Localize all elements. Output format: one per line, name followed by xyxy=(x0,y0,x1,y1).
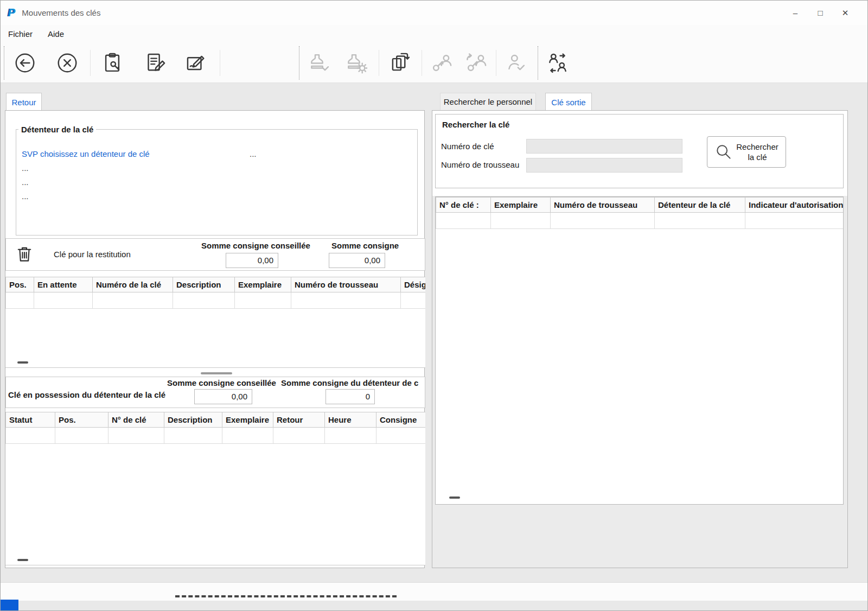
tab-cle-sortie[interactable]: Clé sortie xyxy=(545,93,592,111)
cell[interactable] xyxy=(376,428,426,444)
holder-detail-row: ... xyxy=(22,163,29,173)
possession-suggested-field[interactable]: 0,00 xyxy=(194,389,252,404)
magnifier-icon xyxy=(714,143,733,161)
search-key-groupbox: Rechercher la clé Numéro de clé Numéro d… xyxy=(435,114,844,188)
menu-bar: Fichier Aide xyxy=(1,25,867,43)
toolbar xyxy=(1,43,867,83)
cell[interactable] xyxy=(34,292,93,309)
col-numero-cle[interactable]: Numéro de la clé xyxy=(93,277,173,292)
cell-selected[interactable] xyxy=(6,428,55,444)
signature-button[interactable] xyxy=(182,48,210,78)
col-detenteur[interactable]: Détenteur de la clé xyxy=(655,198,745,213)
cell[interactable] xyxy=(273,428,325,444)
cell[interactable] xyxy=(401,292,426,309)
horizontal-scrollbar-thumb[interactable] xyxy=(17,361,28,364)
suggested-deposit-label: Somme consigne conseillée xyxy=(201,241,310,250)
toolbar-separator xyxy=(379,50,379,76)
col-numero-trousseau[interactable]: Numéro de trousseau xyxy=(291,277,401,292)
tab-retour-label: Retour xyxy=(11,98,36,107)
possession-suggested-label: Somme consigne conseillée xyxy=(167,378,276,387)
close-button[interactable]: ✕ xyxy=(833,1,858,25)
status-bar xyxy=(1,582,867,601)
cell-selected[interactable] xyxy=(745,213,844,229)
return-panel: Détenteur de la clé SVP choisissez un dé… xyxy=(5,110,425,568)
cell[interactable] xyxy=(235,292,291,309)
cell-pending[interactable] xyxy=(55,428,108,444)
choose-holder-link[interactable]: SVP choisissez un détenteur de clé xyxy=(22,149,150,158)
toolbar-separator xyxy=(538,46,538,80)
holder-detail-row: ... xyxy=(22,192,29,201)
holder-deposit-field[interactable]: 0 xyxy=(326,389,375,404)
cell[interactable] xyxy=(93,292,173,309)
key-assign-button[interactable] xyxy=(427,48,456,78)
person-check-icon xyxy=(505,52,527,74)
keyring-number-input[interactable] xyxy=(526,158,682,173)
col-exemplaire[interactable]: Exemplaire xyxy=(222,412,273,428)
stamp-settings-icon xyxy=(344,52,367,74)
col-statut[interactable]: Statut xyxy=(6,412,55,428)
toolbar-separator xyxy=(90,50,91,76)
col-en-attente[interactable]: En attente xyxy=(34,277,93,292)
cell-selected[interactable] xyxy=(655,213,745,229)
col-description[interactable]: Description xyxy=(173,277,235,292)
col-n-cle[interactable]: N° de clé xyxy=(108,412,164,428)
restitution-label: Clé pour la restitution xyxy=(54,250,131,259)
key-number-input[interactable] xyxy=(526,139,682,154)
card-transfer-icon xyxy=(388,52,411,74)
toolbar-separator xyxy=(422,50,422,76)
document-edit-button[interactable] xyxy=(142,48,170,78)
col-description[interactable]: Description xyxy=(164,412,222,428)
cell[interactable] xyxy=(173,292,235,309)
back-button[interactable] xyxy=(11,48,39,78)
cancel-button[interactable] xyxy=(53,48,81,78)
table-row[interactable] xyxy=(436,213,844,229)
col-heure[interactable]: Heure xyxy=(325,412,376,428)
minimize-button[interactable]: – xyxy=(783,1,808,25)
col-consigne[interactable]: Consigne xyxy=(376,412,426,428)
tab-retour[interactable]: Retour xyxy=(6,93,42,111)
trash-drop-target[interactable] xyxy=(15,244,35,265)
col-n-de-cle[interactable]: N° de clé : xyxy=(436,198,491,213)
cell-selected[interactable] xyxy=(551,213,655,229)
deposit-field[interactable]: 0,00 xyxy=(329,253,385,268)
card-transfer-button[interactable] xyxy=(386,48,414,78)
cell[interactable] xyxy=(108,428,164,444)
col-pos[interactable]: Pos. xyxy=(6,277,34,292)
stamp-settings-button[interactable] xyxy=(342,48,370,78)
toolbar-separator xyxy=(496,50,496,76)
col-indicateur[interactable]: Indicateur d'autorisation xyxy=(745,198,844,213)
holder-detail-row: ... xyxy=(22,177,29,187)
clipboard-key-button[interactable] xyxy=(98,48,126,78)
cell[interactable] xyxy=(164,428,222,444)
table-row[interactable] xyxy=(6,292,426,309)
cell[interactable] xyxy=(325,428,376,444)
col-numero-trousseau[interactable]: Numéro de trousseau xyxy=(551,198,655,213)
person-check-button[interactable] xyxy=(502,48,530,78)
maximize-button[interactable]: □ xyxy=(808,1,833,25)
key-return-button[interactable] xyxy=(462,48,490,78)
splitter-handle[interactable] xyxy=(201,372,232,374)
table-row[interactable] xyxy=(6,428,426,444)
cell[interactable] xyxy=(222,428,273,444)
suggested-deposit-field[interactable]: 0,00 xyxy=(226,253,278,268)
cell-selected[interactable] xyxy=(6,292,34,309)
search-key-button-line1: Rechercher xyxy=(736,142,778,152)
cell-selected[interactable] xyxy=(436,213,491,229)
stamp-check-button[interactable] xyxy=(305,48,333,78)
person-transfer-button[interactable] xyxy=(544,48,572,78)
menu-fichier[interactable]: Fichier xyxy=(1,27,40,41)
search-key-button[interactable]: Rechercher la clé xyxy=(707,136,786,168)
col-exemplaire[interactable]: Exemplaire xyxy=(491,198,551,213)
horizontal-scrollbar-thumb[interactable] xyxy=(449,497,460,499)
cell[interactable] xyxy=(291,292,401,309)
cell-selected[interactable] xyxy=(491,213,551,229)
col-pos[interactable]: Pos. xyxy=(55,412,108,428)
horizontal-scrollbar-thumb[interactable] xyxy=(17,559,28,561)
col-retour[interactable]: Retour xyxy=(273,412,325,428)
holder-deposit-label: Somme consigne du détenteur de c xyxy=(281,378,425,387)
col-designation[interactable]: Désig xyxy=(401,277,426,292)
col-exemplaire[interactable]: Exemplaire xyxy=(235,277,291,292)
holder-browse-button[interactable]: ... xyxy=(250,149,257,158)
menu-aide[interactable]: Aide xyxy=(40,27,72,41)
tab-rechercher-personnel[interactable]: Rechercher le personnel xyxy=(440,93,536,111)
